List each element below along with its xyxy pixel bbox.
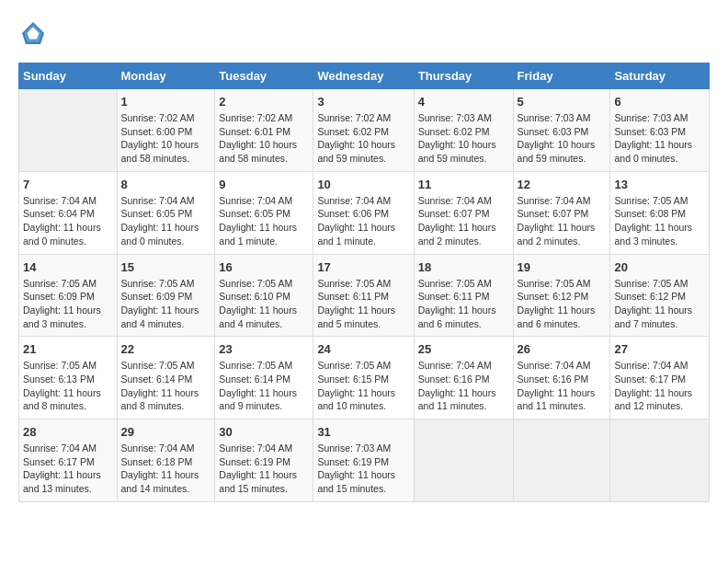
calendar-cell: 14Sunrise: 7:05 AM Sunset: 6:09 PM Dayli…	[19, 254, 118, 337]
header-cell-sunday: Sunday	[19, 63, 118, 89]
day-number: 28	[23, 425, 113, 439]
day-number: 15	[121, 260, 211, 274]
calendar-cell: 21Sunrise: 7:05 AM Sunset: 6:13 PM Dayli…	[19, 337, 118, 419]
day-info: Sunrise: 7:04 AM Sunset: 6:18 PM Dayligh…	[121, 442, 211, 496]
calendar-cell: 23Sunrise: 7:05 AM Sunset: 6:14 PM Dayli…	[215, 337, 313, 419]
day-number: 11	[418, 178, 509, 191]
day-number: 12	[518, 178, 607, 191]
calendar-table: SundayMondayTuesdayWednesdayThursdayFrid…	[18, 63, 710, 502]
calendar-cell: 15Sunrise: 7:05 AM Sunset: 6:09 PM Dayli…	[117, 254, 215, 337]
calendar-cell: 7Sunrise: 7:04 AM Sunset: 6:04 PM Daylig…	[19, 171, 118, 254]
calendar-cell	[610, 419, 710, 502]
day-number: 4	[418, 95, 509, 109]
week-row-2: 7Sunrise: 7:04 AM Sunset: 6:04 PM Daylig…	[19, 171, 710, 254]
calendar-cell: 19Sunrise: 7:05 AM Sunset: 6:12 PM Dayli…	[513, 254, 610, 337]
day-info: Sunrise: 7:02 AM Sunset: 6:01 PM Dayligh…	[219, 111, 309, 166]
logo	[18, 18, 51, 48]
day-info: Sunrise: 7:03 AM Sunset: 6:03 PM Dayligh…	[614, 111, 705, 166]
day-number: 26	[518, 342, 607, 356]
day-number: 18	[418, 260, 509, 274]
day-info: Sunrise: 7:04 AM Sunset: 6:05 PM Dayligh…	[219, 194, 309, 248]
day-info: Sunrise: 7:04 AM Sunset: 6:16 PM Dayligh…	[518, 359, 607, 413]
header-cell-saturday: Saturday	[610, 63, 710, 89]
day-number: 2	[219, 95, 309, 109]
day-info: Sunrise: 7:05 AM Sunset: 6:11 PM Dayligh…	[418, 277, 509, 331]
day-info: Sunrise: 7:05 AM Sunset: 6:13 PM Dayligh…	[23, 359, 113, 413]
calendar-cell: 25Sunrise: 7:04 AM Sunset: 6:16 PM Dayli…	[414, 337, 513, 419]
day-number: 21	[23, 342, 113, 356]
header-cell-tuesday: Tuesday	[215, 63, 313, 89]
day-number: 30	[219, 425, 309, 439]
calendar-cell: 31Sunrise: 7:03 AM Sunset: 6:19 PM Dayli…	[313, 419, 414, 502]
day-info: Sunrise: 7:04 AM Sunset: 6:17 PM Dayligh…	[614, 359, 705, 413]
calendar-cell: 5Sunrise: 7:03 AM Sunset: 6:03 PM Daylig…	[513, 89, 610, 172]
week-row-3: 14Sunrise: 7:05 AM Sunset: 6:09 PM Dayli…	[19, 254, 710, 337]
calendar-cell: 2Sunrise: 7:02 AM Sunset: 6:01 PM Daylig…	[215, 89, 313, 172]
logo-icon	[18, 18, 48, 48]
day-number: 22	[121, 342, 211, 356]
week-row-5: 28Sunrise: 7:04 AM Sunset: 6:17 PM Dayli…	[19, 419, 710, 502]
day-info: Sunrise: 7:05 AM Sunset: 6:11 PM Dayligh…	[317, 277, 409, 331]
day-number: 7	[23, 178, 113, 191]
day-info: Sunrise: 7:02 AM Sunset: 6:02 PM Dayligh…	[317, 111, 409, 166]
day-info: Sunrise: 7:03 AM Sunset: 6:02 PM Dayligh…	[418, 111, 509, 166]
day-number: 25	[418, 342, 509, 356]
week-row-1: 1Sunrise: 7:02 AM Sunset: 6:00 PM Daylig…	[19, 89, 710, 172]
calendar-cell: 3Sunrise: 7:02 AM Sunset: 6:02 PM Daylig…	[313, 89, 414, 172]
day-number: 9	[219, 178, 309, 191]
day-number: 3	[317, 95, 409, 109]
calendar-cell: 29Sunrise: 7:04 AM Sunset: 6:18 PM Dayli…	[117, 419, 215, 502]
week-row-4: 21Sunrise: 7:05 AM Sunset: 6:13 PM Dayli…	[19, 337, 710, 419]
calendar-cell: 6Sunrise: 7:03 AM Sunset: 6:03 PM Daylig…	[610, 89, 710, 172]
calendar-cell: 27Sunrise: 7:04 AM Sunset: 6:17 PM Dayli…	[610, 337, 710, 419]
day-info: Sunrise: 7:03 AM Sunset: 6:19 PM Dayligh…	[317, 442, 409, 496]
day-number: 10	[317, 178, 409, 191]
calendar-cell	[513, 419, 610, 502]
day-number: 24	[317, 342, 409, 356]
day-info: Sunrise: 7:04 AM Sunset: 6:04 PM Dayligh…	[23, 194, 113, 248]
calendar-cell: 12Sunrise: 7:04 AM Sunset: 6:07 PM Dayli…	[513, 171, 610, 254]
day-info: Sunrise: 7:05 AM Sunset: 6:09 PM Dayligh…	[23, 277, 113, 331]
header-row: SundayMondayTuesdayWednesdayThursdayFrid…	[19, 63, 710, 89]
day-number: 23	[219, 342, 309, 356]
day-info: Sunrise: 7:04 AM Sunset: 6:17 PM Dayligh…	[23, 442, 113, 496]
calendar-cell: 20Sunrise: 7:05 AM Sunset: 6:12 PM Dayli…	[610, 254, 710, 337]
day-number: 1	[121, 95, 211, 109]
page-header	[18, 18, 710, 48]
day-info: Sunrise: 7:04 AM Sunset: 6:07 PM Dayligh…	[418, 194, 509, 248]
header-cell-monday: Monday	[117, 63, 215, 89]
day-info: Sunrise: 7:05 AM Sunset: 6:12 PM Dayligh…	[614, 277, 705, 331]
header-cell-wednesday: Wednesday	[313, 63, 414, 89]
calendar-cell: 13Sunrise: 7:05 AM Sunset: 6:08 PM Dayli…	[610, 171, 710, 254]
day-info: Sunrise: 7:05 AM Sunset: 6:15 PM Dayligh…	[317, 359, 409, 413]
calendar-cell: 30Sunrise: 7:04 AM Sunset: 6:19 PM Dayli…	[215, 419, 313, 502]
calendar-cell: 8Sunrise: 7:04 AM Sunset: 6:05 PM Daylig…	[117, 171, 215, 254]
calendar-header: SundayMondayTuesdayWednesdayThursdayFrid…	[19, 63, 710, 89]
day-info: Sunrise: 7:04 AM Sunset: 6:06 PM Dayligh…	[317, 194, 409, 248]
day-info: Sunrise: 7:05 AM Sunset: 6:14 PM Dayligh…	[219, 359, 309, 413]
day-number: 13	[614, 178, 705, 191]
day-number: 6	[614, 95, 705, 109]
day-number: 14	[23, 260, 113, 274]
calendar-cell: 18Sunrise: 7:05 AM Sunset: 6:11 PM Dayli…	[414, 254, 513, 337]
day-info: Sunrise: 7:04 AM Sunset: 6:19 PM Dayligh…	[219, 442, 309, 496]
calendar-cell: 17Sunrise: 7:05 AM Sunset: 6:11 PM Dayli…	[313, 254, 414, 337]
day-info: Sunrise: 7:05 AM Sunset: 6:12 PM Dayligh…	[518, 277, 607, 331]
day-number: 5	[518, 95, 607, 109]
calendar-cell: 16Sunrise: 7:05 AM Sunset: 6:10 PM Dayli…	[215, 254, 313, 337]
day-info: Sunrise: 7:05 AM Sunset: 6:14 PM Dayligh…	[121, 359, 211, 413]
day-number: 20	[614, 260, 705, 274]
day-info: Sunrise: 7:05 AM Sunset: 6:09 PM Dayligh…	[121, 277, 211, 331]
calendar-cell: 1Sunrise: 7:02 AM Sunset: 6:00 PM Daylig…	[117, 89, 215, 172]
header-cell-friday: Friday	[513, 63, 610, 89]
calendar-cell: 22Sunrise: 7:05 AM Sunset: 6:14 PM Dayli…	[117, 337, 215, 419]
calendar-cell: 26Sunrise: 7:04 AM Sunset: 6:16 PM Dayli…	[513, 337, 610, 419]
day-number: 31	[317, 425, 409, 439]
day-info: Sunrise: 7:04 AM Sunset: 6:16 PM Dayligh…	[418, 359, 509, 413]
day-info: Sunrise: 7:05 AM Sunset: 6:10 PM Dayligh…	[219, 277, 309, 331]
calendar-cell: 10Sunrise: 7:04 AM Sunset: 6:06 PM Dayli…	[313, 171, 414, 254]
calendar-cell: 11Sunrise: 7:04 AM Sunset: 6:07 PM Dayli…	[414, 171, 513, 254]
day-number: 19	[518, 260, 607, 274]
header-cell-thursday: Thursday	[414, 63, 513, 89]
calendar-cell: 28Sunrise: 7:04 AM Sunset: 6:17 PM Dayli…	[19, 419, 118, 502]
